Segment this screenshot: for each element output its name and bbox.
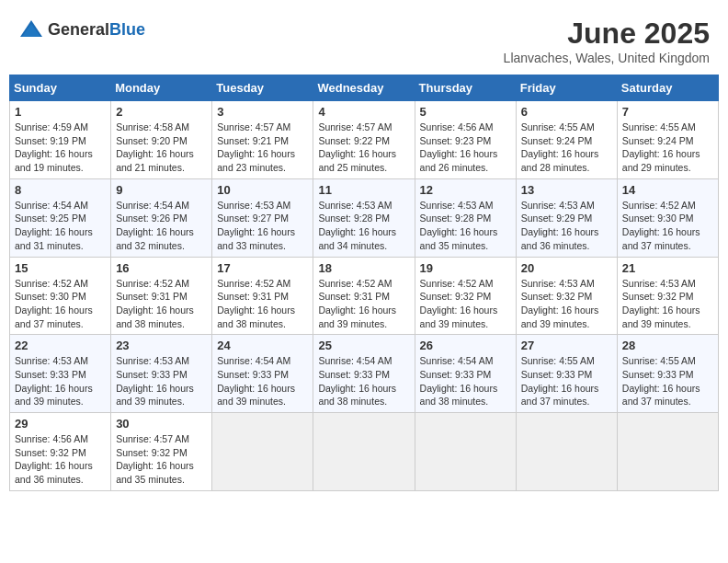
calendar-cell: 6 Sunrise: 4:55 AMSunset: 9:24 PMDayligh… <box>516 101 617 179</box>
column-header-friday: Friday <box>516 75 617 101</box>
calendar-cell: 20 Sunrise: 4:53 AMSunset: 9:32 PMDaylig… <box>516 257 617 335</box>
calendar-cell: 3 Sunrise: 4:57 AMSunset: 9:21 PMDayligh… <box>212 101 313 179</box>
day-number: 21 <box>622 261 713 275</box>
calendar-cell: 27 Sunrise: 4:55 AMSunset: 9:33 PMDaylig… <box>516 335 617 413</box>
day-number: 12 <box>420 183 511 197</box>
day-info: Sunrise: 4:53 AMSunset: 9:27 PMDaylight:… <box>217 199 308 253</box>
column-header-monday: Monday <box>111 75 212 101</box>
day-info: Sunrise: 4:57 AMSunset: 9:21 PMDaylight:… <box>217 121 308 175</box>
column-header-sunday: Sunday <box>10 75 111 101</box>
column-header-wednesday: Wednesday <box>313 75 415 101</box>
day-number: 4 <box>318 105 409 119</box>
column-header-tuesday: Tuesday <box>212 75 313 101</box>
day-number: 6 <box>521 105 612 119</box>
logo: GeneralBlue <box>18 17 145 42</box>
day-number: 18 <box>318 261 409 275</box>
day-number: 19 <box>420 261 511 275</box>
day-number: 7 <box>622 105 713 119</box>
column-header-thursday: Thursday <box>415 75 516 101</box>
day-number: 1 <box>15 105 106 119</box>
calendar-cell: 17 Sunrise: 4:52 AMSunset: 9:31 PMDaylig… <box>212 257 313 335</box>
calendar-cell: 8 Sunrise: 4:54 AMSunset: 9:25 PMDayligh… <box>10 178 111 257</box>
calendar-header-row: SundayMondayTuesdayWednesdayThursdayFrid… <box>10 75 719 101</box>
day-info: Sunrise: 4:57 AMSunset: 9:22 PMDaylight:… <box>318 121 409 175</box>
day-info: Sunrise: 4:52 AMSunset: 9:31 PMDaylight:… <box>318 277 409 331</box>
calendar-cell: 11 Sunrise: 4:53 AMSunset: 9:28 PMDaylig… <box>313 178 415 257</box>
day-number: 26 <box>420 339 511 352</box>
page-header: GeneralBlue June 2025 Llanvaches, Wales,… <box>9 9 719 71</box>
main-title: June 2025 <box>504 17 710 51</box>
day-number: 8 <box>15 183 106 197</box>
calendar-cell: 5 Sunrise: 4:56 AMSunset: 9:23 PMDayligh… <box>415 101 516 179</box>
day-info: Sunrise: 4:53 AMSunset: 9:33 PMDaylight:… <box>15 354 106 408</box>
day-number: 23 <box>116 339 207 352</box>
day-info: Sunrise: 4:55 AMSunset: 9:33 PMDaylight:… <box>521 354 612 408</box>
day-info: Sunrise: 4:52 AMSunset: 9:31 PMDaylight:… <box>217 277 308 331</box>
logo-icon <box>18 17 44 42</box>
day-number: 5 <box>420 105 511 119</box>
day-info: Sunrise: 4:53 AMSunset: 9:33 PMDaylight:… <box>116 354 207 408</box>
calendar-cell <box>516 413 617 491</box>
calendar-table: SundayMondayTuesdayWednesdayThursdayFrid… <box>9 75 719 491</box>
day-number: 25 <box>318 339 409 352</box>
calendar-cell: 21 Sunrise: 4:53 AMSunset: 9:32 PMDaylig… <box>617 257 718 335</box>
calendar-cell: 24 Sunrise: 4:54 AMSunset: 9:33 PMDaylig… <box>212 335 313 413</box>
calendar-cell <box>212 413 313 491</box>
logo-text-blue: Blue <box>109 20 145 39</box>
day-info: Sunrise: 4:54 AMSunset: 9:26 PMDaylight:… <box>116 199 207 253</box>
day-number: 9 <box>116 183 207 197</box>
title-area: June 2025 Llanvaches, Wales, United King… <box>504 17 710 65</box>
logo-text-general: General <box>48 20 109 39</box>
day-info: Sunrise: 4:59 AMSunset: 9:19 PMDaylight:… <box>15 121 106 175</box>
day-number: 17 <box>217 261 308 275</box>
calendar-week-row: 22 Sunrise: 4:53 AMSunset: 9:33 PMDaylig… <box>10 335 719 413</box>
calendar-week-row: 29 Sunrise: 4:56 AMSunset: 9:32 PMDaylig… <box>10 413 719 491</box>
day-number: 15 <box>15 261 106 275</box>
calendar-cell: 10 Sunrise: 4:53 AMSunset: 9:27 PMDaylig… <box>212 178 313 257</box>
day-info: Sunrise: 4:53 AMSunset: 9:32 PMDaylight:… <box>622 277 713 331</box>
calendar-cell <box>617 413 718 491</box>
calendar-cell: 22 Sunrise: 4:53 AMSunset: 9:33 PMDaylig… <box>10 335 111 413</box>
day-info: Sunrise: 4:55 AMSunset: 9:24 PMDaylight:… <box>622 121 713 175</box>
calendar-cell: 9 Sunrise: 4:54 AMSunset: 9:26 PMDayligh… <box>111 178 212 257</box>
calendar-cell: 1 Sunrise: 4:59 AMSunset: 9:19 PMDayligh… <box>10 101 111 179</box>
day-info: Sunrise: 4:55 AMSunset: 9:33 PMDaylight:… <box>622 354 713 408</box>
calendar-cell: 7 Sunrise: 4:55 AMSunset: 9:24 PMDayligh… <box>617 101 718 179</box>
day-number: 11 <box>318 183 409 197</box>
day-info: Sunrise: 4:52 AMSunset: 9:30 PMDaylight:… <box>622 199 713 253</box>
day-number: 24 <box>217 339 308 352</box>
day-number: 2 <box>116 105 207 119</box>
day-info: Sunrise: 4:54 AMSunset: 9:33 PMDaylight:… <box>217 354 308 408</box>
day-number: 27 <box>521 339 612 352</box>
calendar-cell: 19 Sunrise: 4:52 AMSunset: 9:32 PMDaylig… <box>415 257 516 335</box>
calendar-cell: 28 Sunrise: 4:55 AMSunset: 9:33 PMDaylig… <box>617 335 718 413</box>
calendar-cell: 29 Sunrise: 4:56 AMSunset: 9:32 PMDaylig… <box>10 413 111 491</box>
calendar-cell: 15 Sunrise: 4:52 AMSunset: 9:30 PMDaylig… <box>10 257 111 335</box>
calendar-cell: 13 Sunrise: 4:53 AMSunset: 9:29 PMDaylig… <box>516 178 617 257</box>
subtitle: Llanvaches, Wales, United Kingdom <box>504 51 710 65</box>
calendar-cell: 16 Sunrise: 4:52 AMSunset: 9:31 PMDaylig… <box>111 257 212 335</box>
day-number: 13 <box>521 183 612 197</box>
day-info: Sunrise: 4:52 AMSunset: 9:32 PMDaylight:… <box>420 277 511 331</box>
calendar-cell: 26 Sunrise: 4:54 AMSunset: 9:33 PMDaylig… <box>415 335 516 413</box>
day-info: Sunrise: 4:54 AMSunset: 9:33 PMDaylight:… <box>318 354 409 408</box>
calendar-cell: 25 Sunrise: 4:54 AMSunset: 9:33 PMDaylig… <box>313 335 415 413</box>
day-number: 10 <box>217 183 308 197</box>
day-number: 28 <box>622 339 713 352</box>
day-info: Sunrise: 4:53 AMSunset: 9:28 PMDaylight:… <box>318 199 409 253</box>
day-number: 29 <box>15 417 106 431</box>
day-info: Sunrise: 4:52 AMSunset: 9:31 PMDaylight:… <box>116 277 207 331</box>
calendar-cell: 23 Sunrise: 4:53 AMSunset: 9:33 PMDaylig… <box>111 335 212 413</box>
day-info: Sunrise: 4:57 AMSunset: 9:32 PMDaylight:… <box>116 432 207 487</box>
calendar-cell: 4 Sunrise: 4:57 AMSunset: 9:22 PMDayligh… <box>313 101 415 179</box>
calendar-cell: 12 Sunrise: 4:53 AMSunset: 9:28 PMDaylig… <box>415 178 516 257</box>
column-header-saturday: Saturday <box>617 75 718 101</box>
calendar-cell: 2 Sunrise: 4:58 AMSunset: 9:20 PMDayligh… <box>111 101 212 179</box>
day-info: Sunrise: 4:52 AMSunset: 9:30 PMDaylight:… <box>15 277 106 331</box>
day-info: Sunrise: 4:53 AMSunset: 9:29 PMDaylight:… <box>521 199 612 253</box>
calendar-cell <box>313 413 415 491</box>
day-info: Sunrise: 4:53 AMSunset: 9:28 PMDaylight:… <box>420 199 511 253</box>
calendar-week-row: 15 Sunrise: 4:52 AMSunset: 9:30 PMDaylig… <box>10 257 719 335</box>
calendar-cell: 14 Sunrise: 4:52 AMSunset: 9:30 PMDaylig… <box>617 178 718 257</box>
day-info: Sunrise: 4:53 AMSunset: 9:32 PMDaylight:… <box>521 277 612 331</box>
